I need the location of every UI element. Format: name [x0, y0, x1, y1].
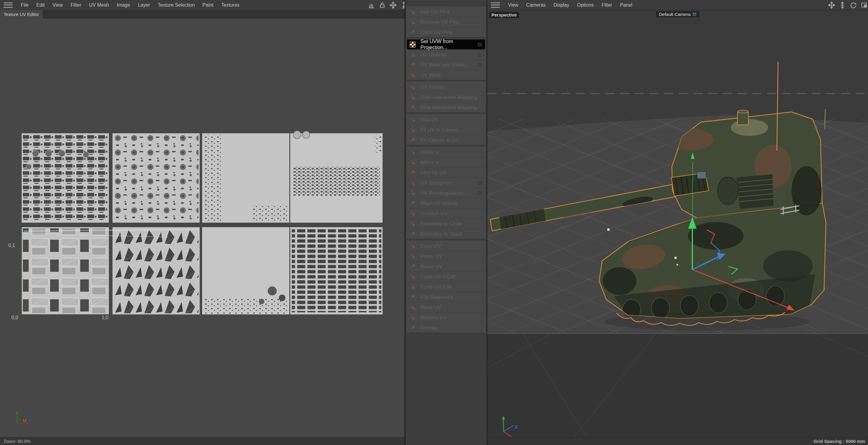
menu-item-view[interactable]: View	[504, 0, 522, 10]
menu-item-view[interactable]: View	[49, 0, 66, 10]
options-gear-icon[interactable]: ⚙	[477, 62, 483, 68]
menu-icon[interactable]	[491, 2, 500, 8]
menu-item-texture-selection[interactable]: Texture Selection	[154, 0, 199, 10]
menu-item-panel[interactable]: Panel	[616, 0, 636, 10]
command-store-uv[interactable]: Store UV	[407, 302, 485, 312]
histogram-icon[interactable]	[368, 1, 375, 9]
uv-weld-icon	[410, 72, 416, 78]
cycle-uv-ccw-icon	[410, 274, 416, 280]
remap-icon	[410, 325, 416, 331]
command-flip-sequence[interactable]: Flip Sequence	[407, 292, 485, 302]
menu-icon[interactable]	[4, 2, 12, 8]
menu-item-textures[interactable]: Textures	[217, 0, 243, 10]
menu-item-image[interactable]: Image	[113, 0, 134, 10]
menu-item-file[interactable]: File	[17, 0, 32, 10]
copy-uv-icon	[410, 243, 416, 249]
command-group: Set UVW from Projection...⚙UV Unwrap...⚙…	[407, 39, 486, 80]
max-uv-icon	[410, 117, 416, 123]
command-restore-uv[interactable]: Restore UV	[407, 312, 485, 323]
camera-icon	[692, 12, 698, 17]
turret-periscope	[738, 112, 748, 125]
menu-item-layer[interactable]: Layer	[134, 0, 154, 10]
command-fit-uv-to-canvas[interactable]: Fit UV to Canvas	[407, 124, 485, 135]
command-fit-canvas-to-uv[interactable]: Fit Canvas to UV	[407, 135, 485, 145]
pan-icon[interactable]	[389, 1, 397, 9]
viewport-statusbar: Grid Spacing : 5000 mm	[487, 437, 868, 445]
options-gear-icon[interactable]: ⚙	[477, 52, 483, 58]
turret-hatch	[718, 177, 738, 205]
turret-optic-window	[697, 172, 706, 179]
uv-command-panel: Add UV PinsRemove UV PinsClear UV PinsSe…	[405, 0, 487, 445]
command-reset-uv[interactable]: Reset UV	[407, 261, 485, 271]
options-gear-icon[interactable]: ⚙	[477, 41, 483, 48]
command-add-uv-pins[interactable]: Add UV Pins	[407, 7, 485, 17]
panel-drag-grip[interactable]	[406, 1, 486, 5]
command-paste-uv[interactable]: Paste UV	[407, 251, 485, 261]
active-camera-chip[interactable]: Default Camera	[656, 11, 699, 18]
menu-item-edit[interactable]: Edit	[32, 0, 49, 10]
command-boundary-to-quad[interactable]: Boundary to Quad	[407, 229, 485, 239]
command-max-uv[interactable]: Max UV	[407, 115, 485, 124]
dolly-icon[interactable]	[839, 1, 846, 9]
command-remap[interactable]: Remap...	[407, 323, 485, 333]
command-label: Flip Sequence	[421, 294, 453, 300]
command-stop-interactive-mapping[interactable]: Stop Interactive Mapping	[407, 102, 485, 113]
maximize-icon[interactable]	[860, 1, 868, 9]
command-label: UV Unwrap...	[421, 52, 451, 58]
command-set-uvw-from-projection[interactable]: Set UVW from Projection...⚙	[407, 39, 485, 49]
command-uv-unwrap[interactable]: UV Unwrap...⚙	[407, 49, 485, 60]
align-uv-islands-icon	[410, 200, 416, 206]
menu-item-cameras[interactable]: Cameras	[522, 0, 550, 10]
command-mirror-v[interactable]: Mirror V	[407, 157, 485, 167]
command-remove-uv-pins[interactable]: Remove UV Pins	[407, 17, 485, 27]
menu-item-uv-mesh[interactable]: UV Mesh	[85, 0, 113, 10]
uv-straighten-icon	[410, 180, 416, 186]
flip-sequence-icon	[410, 294, 416, 300]
command-boundary-to-circle[interactable]: Boundary to Circle	[407, 218, 485, 229]
menu-item-options[interactable]: Options	[573, 0, 598, 10]
lock-icon[interactable]	[378, 1, 386, 9]
uv-editor-toolbar	[368, 0, 408, 10]
view-label-perspective[interactable]: Perspective	[489, 12, 519, 18]
command-uv-weld-and-relax[interactable]: UV Weld and Relax...⚙	[407, 60, 485, 70]
menu-item-paint[interactable]: Paint	[198, 0, 217, 10]
viewport-toolbar	[828, 0, 868, 10]
command-uv-rectangularize[interactable]: UV Rectangularize...⚙	[407, 188, 485, 198]
tab-texture-uv-editor[interactable]: Texture UV Editor	[0, 10, 43, 19]
uv-editor-statusbar: Zoom: 60.0%	[0, 437, 405, 445]
command-uv-straighten[interactable]: UV Straighten...⚙	[407, 178, 485, 188]
unstitch-uv-icon	[410, 211, 416, 217]
command-label: UV Peeler	[421, 84, 444, 90]
command-uv-peeler[interactable]: UV Peeler	[407, 82, 485, 92]
options-gear-icon[interactable]: ⚙	[477, 180, 483, 186]
uv-editor-menubar: FileEditViewFilterUV MeshImageLayerTextu…	[0, 0, 405, 10]
menu-item-filter[interactable]: Filter	[598, 0, 616, 10]
command-cycle-uv-cw[interactable]: Cycle UV CW	[407, 281, 485, 292]
command-label: UV Weld	[421, 72, 441, 78]
options-gear-icon[interactable]: ⚙	[477, 190, 483, 196]
command-uv-weld[interactable]: UV Weld	[407, 70, 485, 80]
command-clear-uv-pins[interactable]: Clear UV Pins	[407, 27, 485, 37]
command-cycle-uv-ccw[interactable]: Cycle UV CCW	[407, 271, 485, 281]
command-copy-uv[interactable]: Copy UV	[407, 241, 485, 251]
perspective-viewport[interactable]: Z X Perspective Default Camera	[487, 10, 868, 437]
command-line-up-uv[interactable]: Line Up UV	[407, 167, 485, 178]
command-label: Remove UV Pins	[421, 19, 459, 25]
command-mirror-u[interactable]: Mirror U	[407, 147, 485, 157]
command-label: UV Rectangularize...	[421, 190, 467, 196]
pan-icon[interactable]	[828, 1, 836, 9]
start-interactive-mapping-icon	[410, 94, 416, 100]
uv-editor-tabstrip: Texture UV Editor	[0, 10, 405, 19]
grid-spacing-text: Grid Spacing : 5000 mm	[813, 439, 865, 444]
command-unstitch-uv[interactable]: Unstitch UV	[407, 208, 485, 218]
command-start-interactive-mapping[interactable]: Start Interactive Mapping	[407, 92, 485, 102]
rotate-icon[interactable]	[849, 1, 857, 9]
viewport-scene: Z X	[487, 10, 868, 437]
uv-command-groups: Add UV PinsRemove UV PinsClear UV PinsSe…	[405, 7, 487, 333]
menu-item-display[interactable]: Display	[550, 0, 573, 10]
command-align-uv-islands[interactable]: Align UV Islands	[407, 198, 485, 208]
menu-item-filter[interactable]: Filter	[67, 0, 85, 10]
command-label: Fit Canvas to UV	[421, 137, 459, 143]
uv-canvas[interactable]: 0,1 0,0 1,0	[0, 19, 405, 437]
axis-z-label: Z	[515, 424, 518, 429]
